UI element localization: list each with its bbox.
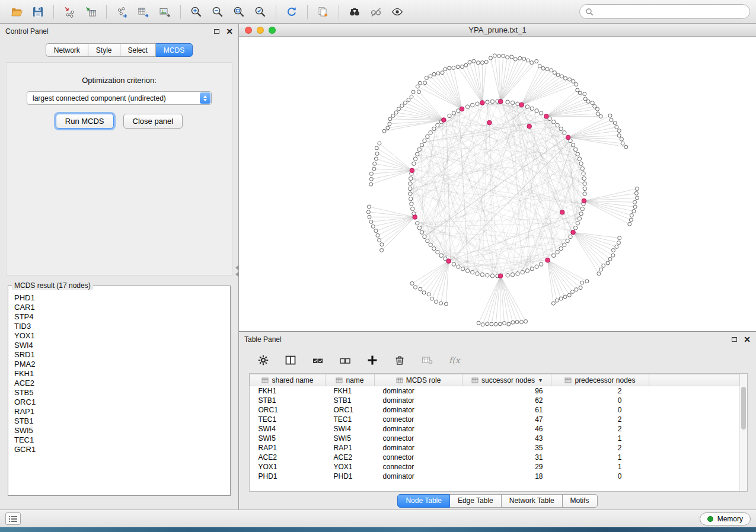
clone-network-button[interactable] [312, 2, 334, 21]
table-scrollbar[interactable] [739, 374, 747, 491]
tab-style[interactable]: Style [88, 43, 120, 57]
tab-node-table[interactable]: Node Table [397, 494, 450, 508]
unselect-all-button[interactable] [336, 351, 354, 369]
column-header-shared-name[interactable]: shared name [250, 374, 326, 386]
network-window-titlebar[interactable]: YPA_prune.txt_1 [239, 24, 756, 37]
close-panel-button[interactable]: Close panel [123, 114, 183, 129]
table-row[interactable]: PHD1PHD1dominator180 [250, 472, 739, 481]
list-icon [8, 515, 18, 523]
select-all-icon [311, 354, 324, 367]
clear-table-button[interactable] [418, 351, 436, 369]
add-row-button[interactable] [363, 351, 381, 369]
network-graph[interactable] [239, 37, 756, 331]
mcds-result-item[interactable]: STB1 [14, 416, 224, 426]
mcds-result-item[interactable]: CAR1 [14, 303, 224, 312]
mcds-result-item[interactable]: GCR1 [14, 445, 224, 454]
table-row[interactable]: SWI4SWI4dominator462 [250, 424, 739, 434]
tab-edge-table[interactable]: Edge Table [450, 494, 502, 508]
zoom-fit-button[interactable] [228, 2, 250, 21]
export-image-button[interactable] [154, 2, 176, 21]
mcds-result-item[interactable]: SWI5 [14, 426, 224, 435]
tab-mcds[interactable]: MCDS [156, 43, 193, 57]
close-table-panel-icon[interactable]: ✕ [744, 336, 751, 342]
table-row[interactable]: RAP1RAP1dominator352 [250, 443, 739, 453]
table-panel: Table Panel ✕ f(x) shared namenameMCDS r… [239, 332, 756, 509]
mcds-result-item[interactable]: YOX1 [14, 331, 224, 341]
hide-selected-button[interactable] [365, 2, 387, 21]
table-row[interactable]: SWI5SWI5connector431 [250, 434, 739, 443]
tab-select[interactable]: Select [120, 43, 156, 57]
table-scrollbar-thumb[interactable] [741, 387, 746, 430]
mcds-result-item[interactable]: STP4 [14, 312, 224, 322]
refresh-icon [285, 5, 298, 18]
minimize-window-icon[interactable] [257, 27, 264, 34]
mcds-result-item[interactable]: RAP1 [14, 407, 224, 416]
tab-motifs[interactable]: Motifs [563, 494, 598, 508]
optimization-criterion-label: Optimization criterion: [7, 76, 232, 85]
run-mcds-button[interactable]: Run MCDS [56, 114, 114, 129]
float-panel-icon[interactable] [214, 29, 219, 34]
zoom-in-button[interactable] [186, 2, 207, 21]
column-header-predecessor-nodes[interactable]: predecessor nodes [551, 374, 649, 386]
mcds-result-item[interactable]: ACE2 [14, 379, 224, 388]
close-panel-icon[interactable]: ✕ [226, 28, 233, 34]
mcds-result-item[interactable]: TID3 [14, 322, 224, 331]
import-table-button[interactable] [80, 2, 101, 21]
mcds-result-item[interactable]: SWI4 [14, 341, 224, 350]
export-network-button[interactable] [111, 2, 133, 21]
column-header-name[interactable]: name [326, 374, 375, 386]
columns-button[interactable] [282, 351, 299, 369]
task-history-button[interactable] [5, 512, 21, 525]
memory-status-icon [707, 516, 713, 522]
table-row[interactable]: STB1STB1dominator620 [250, 396, 739, 405]
table-panel-tabs: Node TableEdge TableNetwork TableMotifs [239, 492, 756, 509]
sort-arrow-icon[interactable]: ▾ [539, 377, 542, 383]
optimization-select-value: largest connected component (undirected) [33, 94, 166, 102]
mcds-result-item[interactable]: PHD1 [14, 293, 224, 303]
zoom-selected-button[interactable] [250, 2, 271, 21]
save-button[interactable] [27, 2, 49, 21]
delete-row-button[interactable] [391, 351, 409, 369]
mcds-result-item[interactable]: TEC1 [14, 435, 224, 445]
table-row[interactable]: TEC1TEC1connector472 [250, 415, 739, 424]
show-all-icon [391, 5, 404, 18]
import-network-button[interactable] [59, 2, 80, 21]
function-button[interactable]: f(x) [445, 351, 463, 369]
zoom-out-button[interactable] [207, 2, 228, 21]
table-row[interactable]: FKH1FKH1dominator962 [250, 386, 739, 396]
panel-splitter[interactable] [235, 265, 239, 277]
mcds-result-item[interactable]: PMA2 [14, 360, 224, 369]
search-box[interactable] [579, 4, 750, 19]
select-all-button[interactable] [309, 351, 327, 369]
mcds-result-item[interactable]: STB5 [14, 388, 224, 398]
column-header-MCDS-role[interactable]: MCDS role [375, 374, 462, 386]
mcds-result-item[interactable]: ORC1 [14, 398, 224, 407]
show-all-button[interactable] [387, 2, 408, 21]
mcds-result-item[interactable]: FKH1 [14, 369, 224, 379]
maximize-window-icon[interactable] [269, 27, 276, 34]
network-canvas[interactable] [239, 37, 756, 331]
tab-network-table[interactable]: Network Table [502, 494, 563, 508]
close-window-icon[interactable] [245, 27, 252, 34]
clone-network-icon [317, 5, 330, 18]
search-input[interactable] [597, 8, 744, 16]
gear-button[interactable] [254, 351, 272, 369]
optimization-select[interactable]: largest connected component (undirected) [27, 91, 212, 105]
table-row[interactable]: ORC1ORC1dominator610 [250, 405, 739, 415]
open-file-button[interactable] [6, 2, 27, 21]
memory-button[interactable]: Memory [700, 512, 751, 525]
float-table-panel-icon[interactable] [732, 337, 737, 342]
refresh-button[interactable] [281, 2, 302, 21]
search-network-button[interactable] [344, 2, 365, 21]
export-table-button[interactable] [133, 2, 154, 21]
import-network-icon [63, 5, 76, 18]
column-header-successor-nodes[interactable]: successor nodes▾ [462, 374, 551, 386]
table-row[interactable]: YOX1YOX1connector291 [250, 462, 739, 472]
control-panel-tabs: NetworkStyleSelectMCDS [0, 43, 238, 57]
mcds-result-item[interactable]: SRD1 [14, 350, 224, 360]
control-panel-header: Control Panel ✕ [0, 24, 238, 39]
column-key-icon [261, 377, 269, 384]
table-header-row: shared namenameMCDS rolesuccessor nodes▾… [250, 374, 739, 386]
tab-network[interactable]: Network [46, 43, 88, 57]
table-row[interactable]: ACE2ACE2connector311 [250, 453, 739, 462]
